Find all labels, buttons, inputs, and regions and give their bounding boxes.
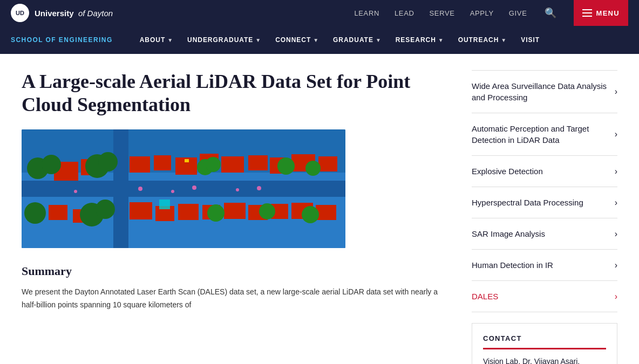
nav-connect[interactable]: CONNECT ▼ — [270, 33, 324, 47]
sidebar-link-label: Explosive Detection — [472, 166, 609, 177]
svg-point-34 — [206, 157, 221, 172]
top-nav-lead[interactable]: LEAD — [395, 9, 414, 17]
top-nav-learn[interactable]: LEARN — [354, 9, 379, 17]
sidebar-link-dales[interactable]: DALES › — [472, 281, 617, 312]
summary-heading: Summary — [22, 264, 450, 278]
sidebar-link-label: SAR Image Analysis — [472, 228, 609, 239]
svg-point-36 — [305, 161, 321, 176]
page-title: A Large-scale Aerial LiDAR Data Set for … — [22, 70, 450, 116]
svg-point-41 — [171, 190, 174, 193]
chevron-down-icon: ▼ — [501, 37, 507, 43]
search-button[interactable]: 🔍 — [542, 5, 559, 21]
arrow-icon: › — [615, 167, 617, 176]
arrow-icon: › — [615, 129, 617, 139]
left-content: A Large-scale Aerial LiDAR Data Set for … — [22, 70, 450, 364]
svg-rect-10 — [221, 156, 244, 173]
svg-rect-21 — [224, 203, 246, 219]
svg-rect-17 — [130, 202, 152, 219]
svg-point-29 — [98, 152, 118, 171]
sidebar-link-sar[interactable]: SAR Image Analysis › — [472, 218, 617, 250]
sec-nav-links: ABOUT ▼ UNDERGRADUATE ▼ CONNECT ▼ GRADUA… — [134, 33, 545, 47]
right-sidebar: Wide Area Surveillance Data Analysis and… — [472, 70, 617, 364]
school-label: SCHOOL OF ENGINEERING — [11, 36, 113, 44]
site-title-strong: University — [35, 9, 74, 18]
nav-graduate[interactable]: GRADUATE ▼ — [328, 33, 387, 47]
svg-point-42 — [192, 186, 196, 190]
contact-card-title: CONTACT — [483, 334, 606, 349]
svg-point-44 — [257, 186, 261, 190]
top-nav-apply[interactable]: APPLY — [470, 9, 494, 17]
nav-undergraduate[interactable]: UNDERGRADUATE ▼ — [182, 33, 267, 47]
chevron-down-icon: ▼ — [255, 37, 261, 43]
site-title: University of Dayton — [35, 9, 113, 18]
arrow-icon: › — [615, 292, 617, 301]
sidebar-link-explosive[interactable]: Explosive Detection › — [472, 156, 617, 187]
sidebar-link-perception[interactable]: Automatic Perception and Target Detectio… — [472, 113, 617, 156]
svg-rect-3 — [22, 181, 345, 197]
contact-card: CONTACT Vision Lab, Dr. Vijayan Asari, D… — [472, 323, 617, 364]
menu-button[interactable]: MENU — [574, 0, 628, 26]
sidebar-link-human-ir[interactable]: Human Detection in IR › — [472, 250, 617, 281]
lidar-image — [22, 129, 345, 248]
menu-label: MENU — [596, 9, 620, 17]
svg-point-35 — [277, 157, 295, 175]
svg-rect-19 — [178, 204, 199, 220]
svg-point-43 — [236, 188, 239, 191]
svg-point-27 — [42, 155, 61, 174]
top-nav-give[interactable]: GIVE — [509, 9, 527, 17]
secondary-nav: SCHOOL OF ENGINEERING ABOUT ▼ UNDERGRADU… — [0, 26, 639, 54]
logo-text: UD — [16, 10, 24, 16]
sidebar-link-surveillance[interactable]: Wide Area Surveillance Data Analysis and… — [472, 71, 617, 113]
chevron-down-icon: ▼ — [313, 37, 319, 43]
lidar-svg — [22, 129, 345, 248]
site-title-italic: of Dayton — [78, 9, 113, 18]
hamburger-icon — [582, 9, 592, 17]
arrow-icon: › — [615, 260, 617, 270]
sidebar-link-label: DALES — [472, 291, 609, 302]
logo-area: UD University of Dayton — [11, 4, 113, 22]
sidebar-link-hyperspectral[interactable]: Hyperspectral Data Processing › — [472, 187, 617, 218]
contact-name: Vision Lab, Dr. Vijayan Asari, Director — [483, 357, 606, 364]
svg-point-45 — [74, 190, 77, 193]
top-nav-serve[interactable]: SERVE — [430, 9, 455, 17]
svg-point-39 — [302, 206, 319, 223]
svg-rect-47 — [185, 159, 189, 162]
sidebar-link-label: Human Detection in IR — [472, 259, 609, 271]
top-nav: LEARN LEAD SERVE APPLY GIVE 🔍 MENU — [354, 0, 628, 26]
svg-point-32 — [96, 200, 115, 219]
svg-rect-25 — [316, 205, 336, 220]
svg-point-30 — [24, 202, 46, 224]
sidebar-link-label: Wide Area Surveillance Data Analysis and… — [472, 80, 609, 103]
svg-rect-7 — [154, 155, 171, 170]
chevron-down-icon: ▼ — [438, 37, 444, 43]
sidebar-link-label: Hyperspectral Data Processing — [472, 197, 609, 208]
svg-point-38 — [259, 203, 275, 219]
arrow-icon: › — [615, 87, 617, 97]
nav-about[interactable]: ABOUT ▼ — [134, 33, 179, 47]
svg-point-37 — [207, 204, 225, 222]
sidebar-link-label: Automatic Perception and Target Detectio… — [472, 123, 609, 146]
sidebar-links: Wide Area Surveillance Data Analysis and… — [472, 70, 617, 312]
svg-rect-11 — [248, 155, 268, 170]
chevron-down-icon: ▼ — [167, 37, 173, 43]
arrow-icon: › — [615, 198, 617, 208]
main-content: A Large-scale Aerial LiDAR Data Set for … — [0, 54, 639, 364]
svg-point-40 — [138, 187, 142, 191]
nav-outreach[interactable]: OUTREACH ▼ — [453, 33, 513, 47]
svg-rect-14 — [318, 156, 337, 171]
summary-text: We present the Dayton Annotated Laser Ea… — [22, 286, 450, 312]
svg-rect-15 — [49, 205, 67, 220]
ud-logo: UD — [11, 4, 29, 22]
svg-rect-6 — [130, 156, 150, 173]
nav-visit[interactable]: VISIT — [515, 33, 545, 47]
arrow-icon: › — [615, 229, 617, 239]
chevron-down-icon: ▼ — [376, 37, 382, 43]
svg-rect-46 — [159, 200, 170, 209]
nav-research[interactable]: RESEARCH ▼ — [390, 33, 450, 47]
top-bar: UD University of Dayton LEARN LEAD SERVE… — [0, 0, 639, 26]
